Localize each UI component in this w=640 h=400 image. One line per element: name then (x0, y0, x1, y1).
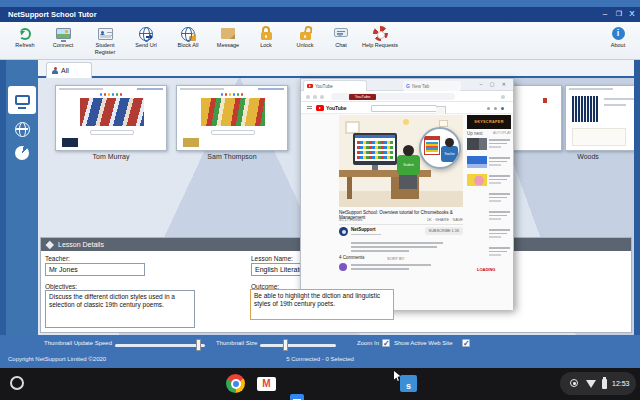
zoom-in-label: Zoom In (357, 340, 379, 346)
suggested-video-row[interactable] (467, 228, 511, 245)
subscribe-button[interactable]: SUBSCRIBE 1.1K (425, 227, 463, 235)
show-active-web-site-checkbox[interactable]: ✓ (462, 339, 470, 347)
text-bar (604, 98, 634, 100)
student-thumbnail-sam-thompson[interactable] (176, 85, 288, 151)
thumbnail-size-slider[interactable] (260, 344, 336, 347)
youtube-url-badge: YouTube (349, 94, 376, 100)
refresh-button[interactable]: Refresh (5, 25, 45, 49)
notification-icon (570, 379, 578, 387)
sort-by-label[interactable]: SORT BY (387, 256, 404, 261)
channel-avatar[interactable] (339, 227, 348, 236)
wifi-icon (586, 380, 596, 388)
tab-all-students[interactable]: All (46, 62, 92, 78)
apps-icon[interactable] (487, 107, 490, 110)
message-icon (221, 28, 235, 39)
browser-tab-youtube[interactable]: YouTube (303, 80, 367, 91)
sidebar-item-monitor-view[interactable] (8, 86, 36, 114)
thumbnail-update-speed-handle[interactable] (196, 339, 201, 351)
os-shelf: M s 12:53 (0, 368, 640, 400)
youtube-brand: YouTube (326, 105, 347, 111)
description-bar (351, 242, 443, 244)
student-thumbnail-woods[interactable] (565, 85, 634, 151)
gmail-icon[interactable]: M (257, 377, 276, 391)
maximize-button[interactable]: ❐ (614, 10, 624, 18)
browser-window-controls[interactable]: – ▢ ✕ (480, 81, 509, 87)
suggested-video-row[interactable] (467, 156, 511, 173)
clock: 12:53 (612, 380, 630, 387)
google-favicon: G (406, 83, 410, 89)
sidebar-item-qa-view[interactable] (8, 141, 36, 165)
about-button[interactable]: i About (598, 25, 638, 49)
sidebar-item-web-view[interactable] (8, 117, 36, 141)
video-player[interactable]: Student Teacher (339, 115, 463, 207)
battery-icon (602, 379, 607, 389)
illustration-teacher: Teacher (441, 146, 458, 162)
browser-address-bar: YouTube (301, 91, 513, 102)
view-count: 45,173 views (339, 217, 362, 222)
browser-tab-bar: YouTube G New Tab – ▢ ✕ (301, 79, 513, 91)
tab-all-label: All (61, 67, 69, 74)
back-icon[interactable] (306, 95, 310, 99)
thumbnail-size-handle[interactable] (283, 339, 288, 351)
sketch-area (572, 128, 626, 146)
outcome-textarea[interactable]: Be able to highlight the diction and lin… (250, 289, 394, 320)
suggested-video-row[interactable] (467, 192, 511, 209)
mini-thumbnail (183, 138, 199, 147)
notifications-icon[interactable] (494, 107, 497, 110)
suggested-video-row[interactable] (467, 246, 511, 263)
video-actions[interactable]: 1K · SHARE · SAVE (405, 217, 463, 222)
youtube-search-box[interactable] (371, 105, 437, 112)
student-thumbnail-tom-murray[interactable] (55, 85, 167, 151)
close-button[interactable]: X (627, 9, 637, 18)
mini-search-box (90, 130, 134, 135)
help-requests-button[interactable]: Help Requests (360, 25, 400, 49)
lock-button[interactable]: Lock (246, 25, 286, 49)
text-bar (604, 104, 626, 106)
system-tray[interactable]: 12:53 (560, 372, 636, 395)
student-name-label: Tom Murray (55, 153, 167, 160)
objectives-textarea[interactable]: Discuss the different diction styles use… (45, 290, 195, 328)
student-register-icon (98, 28, 113, 40)
connect-button[interactable]: Connect (43, 25, 83, 49)
launcher-icon[interactable] (10, 376, 24, 390)
account-avatar[interactable] (501, 107, 504, 110)
description-bar (351, 246, 437, 248)
minimize-button[interactable]: – (600, 9, 610, 18)
netsupport-app-icon[interactable]: s (400, 375, 417, 392)
hamburger-menu-icon[interactable] (307, 106, 312, 110)
illustration-lamp (403, 119, 409, 125)
reload-icon[interactable] (320, 95, 324, 99)
student-name-label: Sam Thompson (176, 153, 288, 160)
up-next-label: Up next (467, 131, 483, 136)
student-name-label: Woods (565, 153, 611, 160)
thumbnail-update-speed-slider[interactable] (115, 344, 205, 347)
browser-tab-new[interactable]: G New Tab (403, 81, 461, 91)
send-url-button[interactable]: Send Url (126, 25, 166, 49)
docs-icon[interactable] (290, 394, 304, 400)
suggested-video-row[interactable] (467, 138, 511, 155)
unlock-icon (299, 26, 311, 41)
chat-button[interactable]: Chat (321, 25, 361, 49)
doodle-image (201, 98, 265, 126)
suggested-video-row[interactable] (467, 174, 511, 191)
message-button[interactable]: Message (208, 25, 248, 49)
zoomed-student-screen-popup[interactable]: YouTube G New Tab – ▢ ✕ YouTube YouTube (300, 78, 514, 309)
thumbnail-update-speed-label: Thumbnail Update Speed (44, 340, 112, 346)
view-sidebar (6, 60, 38, 335)
unlock-button[interactable]: Unlock (285, 25, 325, 49)
zoom-in-checkbox[interactable]: ✓ (382, 339, 390, 347)
block-all-button[interactable]: Block All (168, 25, 208, 49)
teacher-input[interactable]: Mr Jones (45, 263, 145, 276)
forward-icon[interactable] (313, 95, 317, 99)
browser-menu-icon[interactable] (501, 95, 505, 99)
chrome-icon[interactable] (226, 374, 245, 393)
illustration-chair (399, 175, 417, 189)
lesson-name-label: Lesson Name: (251, 255, 293, 262)
channel-name: NetSupport (351, 227, 376, 232)
student-register-button[interactable]: Student Register (85, 25, 125, 55)
refresh-icon (19, 28, 31, 40)
comments-count: 4 Comments (339, 255, 365, 260)
ad-banner[interactable]: SKYSCRAPER (467, 115, 511, 129)
mini-thumbnail (62, 138, 78, 147)
suggested-video-row[interactable] (467, 210, 511, 227)
